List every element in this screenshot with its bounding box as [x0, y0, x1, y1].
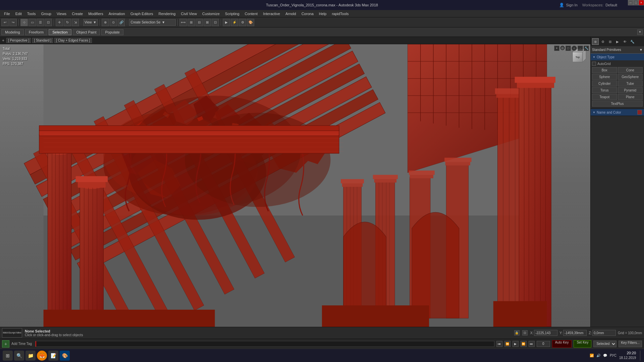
tube-button[interactable]: Tube	[618, 80, 643, 86]
speaker-icon[interactable]: 🔊	[596, 354, 600, 357]
menu-file[interactable]: File	[1, 11, 13, 16]
menu-corona[interactable]: Corona	[299, 11, 316, 16]
action-center-icon[interactable]: 💬	[603, 354, 607, 357]
go-to-start-button[interactable]: ⏮	[496, 341, 502, 347]
name-color-header[interactable]: ▼ Name and Color	[591, 109, 644, 116]
box-button[interactable]: Box	[592, 67, 617, 73]
pyramid-button[interactable]: Pyramid	[618, 87, 643, 93]
object-type-header[interactable]: ▼ Object Type	[591, 54, 644, 60]
utilities-panel-icon[interactable]: 🔧	[629, 38, 636, 45]
menu-customize[interactable]: Customize	[200, 11, 222, 16]
color-swatch[interactable]	[637, 110, 642, 115]
maximize-button[interactable]: □	[633, 0, 639, 5]
reference-coord-dropdown[interactable]: View ▼	[83, 19, 98, 26]
autogrid-checkbox[interactable]	[592, 62, 596, 66]
modeling-tab[interactable]: Modeling	[1, 29, 24, 35]
absolute-relative-button[interactable]: ⊡	[522, 330, 528, 336]
menu-scripting[interactable]: Scripting	[222, 11, 242, 16]
window-crossing-button[interactable]: ⊡	[45, 19, 52, 26]
menu-edit[interactable]: Edit	[13, 11, 24, 16]
undo-button[interactable]: ↩	[1, 19, 9, 26]
modify-panel-icon[interactable]: ⚙	[599, 38, 606, 45]
cone-button[interactable]: Cone	[618, 67, 643, 73]
maxscript-button[interactable]: MAXScript Mini	[2, 328, 22, 338]
select-by-name-button[interactable]: ☰	[37, 19, 44, 26]
menu-interactive[interactable]: Interactive	[260, 11, 283, 16]
go-to-end-button[interactable]: ⏭	[529, 341, 535, 347]
selection-tab[interactable]: Selection	[49, 29, 71, 35]
populate-tab[interactable]: Populate	[101, 29, 123, 35]
textplus-button[interactable]: TextPlus	[592, 101, 643, 107]
named-selection-dropdown[interactable]: Create Selection Se ▼	[129, 19, 176, 26]
search-taskbar-button[interactable]: 🔍	[14, 351, 24, 361]
align-button[interactable]: ⊞	[187, 19, 195, 26]
render-setup-button[interactable]: ⚙	[239, 19, 246, 26]
viewport[interactable]: + [ Perspective ] [ Standard ] [ Clay + …	[0, 37, 590, 327]
3dsmax-taskbar-button[interactable]: 🎨	[60, 351, 70, 361]
render-button[interactable]: ▶	[223, 19, 230, 26]
vp-dot-icon[interactable]: ·	[578, 46, 583, 51]
vp-square-icon[interactable]: □	[566, 46, 571, 51]
show-desktop-button[interactable]	[640, 351, 641, 361]
menu-create[interactable]: Create	[69, 11, 86, 16]
viewport-canvas[interactable]: Total Polys: 2,136,747 Verts: 1,219,933 …	[0, 44, 590, 327]
workspace-value[interactable]: Default	[605, 3, 617, 7]
motion-panel-icon[interactable]: ▶	[614, 38, 621, 45]
minimize-button[interactable]: ─	[628, 0, 633, 5]
extra-toolbar-btn[interactable]: ▼	[637, 29, 643, 35]
next-key-button[interactable]: ⏩	[521, 341, 527, 347]
cylinder-button[interactable]: Cylinder	[592, 80, 617, 86]
clay-label[interactable]: [ Clay + Edged Faces ]	[54, 38, 92, 43]
network-icon[interactable]: 📶	[590, 354, 594, 357]
y-input[interactable]	[563, 330, 587, 336]
vp-circle-icon[interactable]: ○	[572, 46, 577, 51]
file-explorer-button[interactable]: 📁	[25, 351, 36, 361]
menu-views[interactable]: Views	[54, 11, 69, 16]
viewport-plus-btn[interactable]: +	[2, 38, 4, 43]
key-filters-button[interactable]: Key Filters...	[619, 341, 642, 347]
timeline-track[interactable]	[35, 341, 494, 347]
geosphere-button[interactable]: GeoSphere	[618, 74, 643, 80]
move-button[interactable]: ✛	[56, 19, 63, 26]
z-input[interactable]	[592, 330, 616, 336]
torus-button[interactable]: Torus	[592, 87, 617, 93]
vp-add-icon[interactable]: +	[554, 46, 559, 51]
prev-key-button[interactable]: ⏪	[504, 341, 511, 347]
menu-rendering[interactable]: Rendering	[156, 11, 178, 16]
object-paint-tab[interactable]: Object Paint	[73, 29, 100, 35]
select-region-button[interactable]: ▭	[29, 19, 36, 26]
freeform-tab[interactable]: Freeform	[25, 29, 48, 35]
rotate-button[interactable]: ↻	[64, 19, 71, 26]
select-type-button[interactable]: ⊙	[110, 19, 117, 26]
x-input[interactable]	[534, 330, 557, 336]
layer-button[interactable]: ⊡	[212, 19, 219, 26]
perspective-label[interactable]: [ Perspective ]	[6, 38, 31, 43]
selected-dropdown[interactable]: Selected	[593, 341, 616, 347]
standard-label[interactable]: [ Standard ]	[32, 38, 53, 43]
sphere-button[interactable]: Sphere	[592, 74, 617, 80]
menu-graph-editors[interactable]: Graph Editors	[128, 11, 156, 16]
menu-civil-view[interactable]: Civil View	[178, 11, 199, 16]
snap-button[interactable]: ⊠	[204, 19, 211, 26]
material-editor-button[interactable]: 🎨	[247, 19, 254, 26]
close-button[interactable]: ✕	[639, 0, 644, 5]
set-key-button[interactable]: Set Key	[574, 340, 591, 348]
teapot-button[interactable]: Teapot	[592, 94, 617, 100]
frame-number-input[interactable]	[537, 341, 550, 347]
quick-render-button[interactable]: ⚡	[231, 19, 238, 26]
plane-button[interactable]: Plane	[618, 94, 643, 100]
vp-wrench-icon[interactable]: 🔧	[584, 46, 589, 51]
lock-selection-button[interactable]: 🔒	[514, 330, 520, 336]
menu-tools[interactable]: Tools	[24, 11, 39, 16]
menu-arnold[interactable]: Arnold	[283, 11, 299, 16]
link-button[interactable]: 🔗	[118, 19, 125, 26]
menu-animation[interactable]: Animation	[106, 11, 128, 16]
mirror-button[interactable]: ⟺	[179, 19, 187, 26]
scale-button[interactable]: ⇲	[72, 19, 79, 26]
primitive-type-dropdown[interactable]: Standard Primitives ▼	[591, 46, 644, 54]
sign-in-btn[interactable]: Sign In	[566, 3, 578, 7]
select-object-button[interactable]: ⊕	[102, 19, 109, 26]
menu-help[interactable]: Help	[316, 11, 329, 16]
play-button[interactable]: ▶	[513, 341, 519, 347]
add-time-tag-button[interactable]: +	[2, 340, 9, 348]
